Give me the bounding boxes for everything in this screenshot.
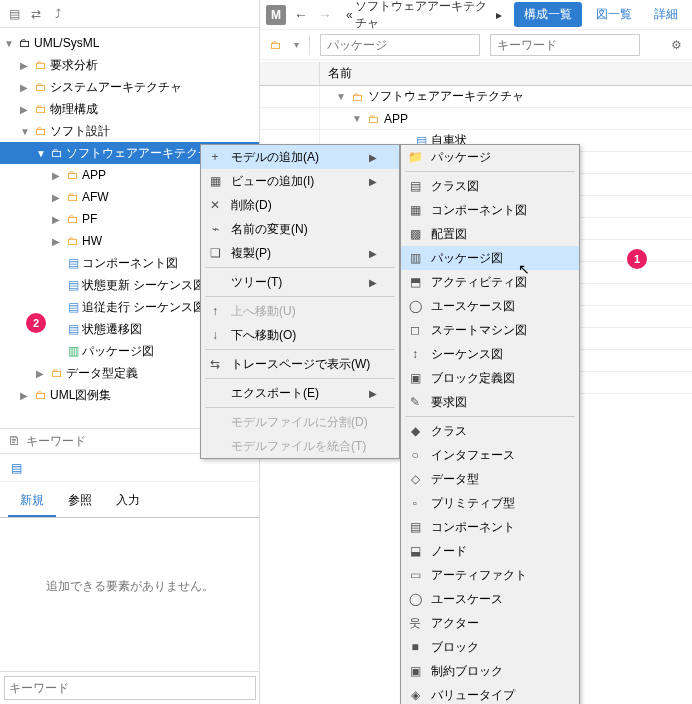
breadcrumb-prefix: « (346, 8, 353, 22)
menu-item-icon: ◇ (407, 472, 423, 486)
menu-item[interactable]: +モデルの追加(A)▶ (201, 145, 399, 169)
tab-new[interactable]: 新規 (8, 486, 56, 517)
tab-input[interactable]: 入力 (104, 486, 152, 517)
menu-item-icon: ◻ (407, 323, 423, 337)
toolbar-icon-1[interactable]: ▤ (6, 6, 22, 22)
menu-item-icon: ✕ (207, 198, 223, 212)
menu-item[interactable]: ツリー(T)▶ (201, 270, 399, 294)
tree-item-label: システムアーキテクチャ (50, 79, 182, 96)
menu-item[interactable]: ◯ユースケース図 (401, 294, 579, 318)
table-row-label: ソフトウェアアーキテクチャ (368, 88, 524, 105)
tree-root[interactable]: ▼ 🗀 UML/SysML (0, 32, 259, 54)
table-row-label: APP (384, 112, 408, 126)
chevron-down-icon[interactable]: ▾ (294, 39, 299, 50)
nav-back[interactable]: ← (292, 6, 310, 24)
menu-item[interactable]: 웃アクター (401, 611, 579, 635)
menu-item[interactable]: エクスポート(E)▶ (201, 381, 399, 405)
menu-item[interactable]: ▦ビューの追加(I)▶ (201, 169, 399, 193)
menu-item-label: プリミティブ型 (431, 495, 515, 512)
tree-item-label: PF (82, 212, 97, 226)
menu-item-label: ユースケース (431, 591, 503, 608)
nav-forward[interactable]: → (316, 6, 334, 24)
menu-item[interactable]: ■ブロック (401, 635, 579, 659)
menu-item: モデルファイルに分割(D) (201, 410, 399, 434)
menu-item-icon: ◯ (407, 592, 423, 606)
tree-item[interactable]: ▶🗀システムアーキテクチャ (0, 76, 259, 98)
menu-item[interactable]: ▤クラス図 (401, 174, 579, 198)
tree-root-label: UML/SysML (34, 36, 99, 50)
menu-item[interactable]: ▤コンポーネント (401, 515, 579, 539)
folder-icon: 🗀 (32, 58, 50, 72)
submenu-arrow-icon: ▶ (369, 176, 377, 187)
menu-item-label: コンポーネント図 (431, 202, 527, 219)
menu-item[interactable]: ✕削除(D) (201, 193, 399, 217)
toolbar-icon-2[interactable]: ⇄ (28, 6, 44, 22)
diagram-icon: ▤ (64, 300, 82, 314)
submenu-arrow-icon: ▶ (369, 277, 377, 288)
menu-item-label: ツリー(T) (231, 274, 282, 291)
folder-icon: 🗀 (32, 388, 50, 402)
menu-item-label: ビューの追加(I) (231, 173, 314, 190)
menu-item[interactable]: ⬓ノード (401, 539, 579, 563)
tree-item[interactable]: ▼🗀ソフト設計 (0, 120, 259, 142)
folder-icon: 🗀 (64, 234, 82, 248)
breadcrumb-text: ソフトウェアアーキテクチャ (355, 0, 494, 32)
tree-item[interactable]: ▶🗀物理構成 (0, 98, 259, 120)
folder-icon: 🗀 (32, 124, 50, 138)
menu-item[interactable]: ⌁名前の変更(N) (201, 217, 399, 241)
tree-item[interactable]: ▶🗀要求分析 (0, 54, 259, 76)
menu-item-icon: 📁 (407, 150, 423, 164)
menu-item-label: ブロック定義図 (431, 370, 515, 387)
menu-item[interactable]: ▥パッケージ図 (401, 246, 579, 270)
breadcrumb[interactable]: « ソフトウェアアーキテクチャ ▸ (340, 0, 508, 32)
package-filter-input[interactable] (320, 34, 480, 56)
menu-item[interactable]: ⇆トレースページで表示(W) (201, 352, 399, 376)
table-row[interactable]: ▼🗀ソフトウェアアーキテクチャ (260, 86, 692, 108)
filter-icon[interactable]: 🖹 (6, 433, 22, 449)
menu-item[interactable]: ↓下へ移動(O) (201, 323, 399, 347)
bottom-keyword-input[interactable] (4, 676, 256, 700)
menu-item-icon: ◯ (407, 299, 423, 313)
col-name-header[interactable]: 名前 (320, 65, 692, 82)
menu-item[interactable]: ◻ステートマシン図 (401, 318, 579, 342)
menu-item[interactable]: ▩配置図 (401, 222, 579, 246)
menu-item[interactable]: ◈バリュータイプ (401, 683, 579, 704)
menu-item[interactable]: ◯ユースケース (401, 587, 579, 611)
toolbar-icon-3[interactable]: ⤴ (50, 6, 66, 22)
menu-item[interactable]: ▣ブロック定義図 (401, 366, 579, 390)
tab-ref[interactable]: 参照 (56, 486, 104, 517)
keyword-filter-input[interactable] (490, 34, 640, 56)
menu-item[interactable]: ▫プリミティブ型 (401, 491, 579, 515)
menu-item-label: エクスポート(E) (231, 385, 319, 402)
callout-badge-1: 1 (627, 249, 647, 269)
menu-item[interactable]: ○インタフェース (401, 443, 579, 467)
menu-item-icon: 웃 (407, 615, 423, 632)
menu-item-label: 制約ブロック (431, 663, 503, 680)
menu-item[interactable]: ◆クラス (401, 419, 579, 443)
menu-item[interactable]: ❏複製(P)▶ (201, 241, 399, 265)
menu-item[interactable]: ↕シーケンス図 (401, 342, 579, 366)
menu-item[interactable]: ✎要求図 (401, 390, 579, 414)
menu-item[interactable]: 📁パッケージ (401, 145, 579, 169)
menu-item[interactable]: ▦コンポーネント図 (401, 198, 579, 222)
structure-list-button[interactable]: 構成一覧 (514, 2, 582, 27)
menu-item-icon: ↕ (407, 347, 423, 361)
menu-item[interactable]: ▣制約ブロック (401, 659, 579, 683)
package-filter-icon[interactable]: 🗀 (268, 37, 284, 53)
breadcrumb-caret: ▸ (496, 8, 502, 22)
menu-item[interactable]: ⬒アクティビティ図 (401, 270, 579, 294)
menu-item-label: 上へ移動(U) (231, 303, 296, 320)
settings-icon[interactable]: ⚙ (668, 37, 684, 53)
diagram-list-link[interactable]: 図一覧 (588, 2, 640, 27)
menu-item-icon: ▣ (407, 371, 423, 385)
menu-item-label: 削除(D) (231, 197, 272, 214)
menu-item[interactable]: ◇データ型 (401, 467, 579, 491)
menu-item-icon: ▩ (407, 227, 423, 241)
menu-item: モデルファイルを統合(T) (201, 434, 399, 458)
folder-icon: 🗀 (64, 212, 82, 226)
menu-item[interactable]: ▭アーティファクト (401, 563, 579, 587)
folder-icon: 🗀 (352, 90, 364, 104)
tree-item-label: UML図例集 (50, 387, 111, 404)
table-row[interactable]: ▼🗀APP (260, 108, 692, 130)
detail-link[interactable]: 詳細 (646, 2, 686, 27)
